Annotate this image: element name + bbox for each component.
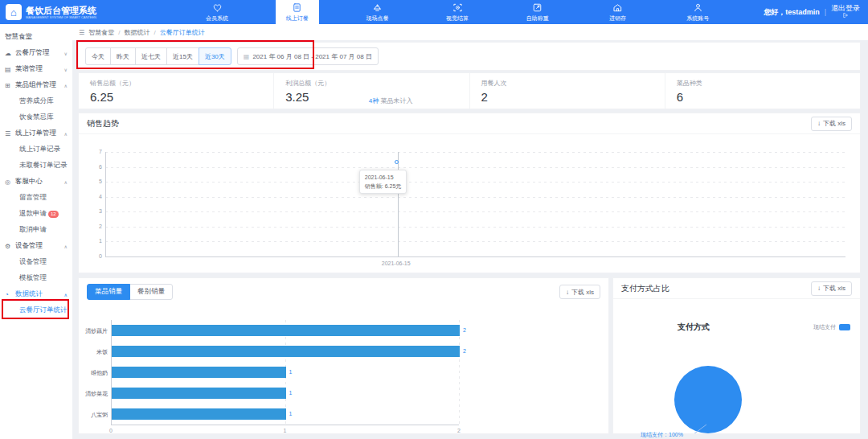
download-label: 下载 xls bbox=[571, 288, 594, 297]
bar-八宝粥[interactable] bbox=[112, 408, 286, 420]
breadcrumb-item[interactable]: 智慧食堂 bbox=[88, 28, 114, 37]
sidebar-item-label: 云餐厅订单统计 bbox=[19, 306, 68, 315]
pie-legend-item[interactable]: 现结支付 bbox=[813, 323, 850, 331]
stat-value: 6 bbox=[677, 90, 860, 104]
stat-value: 2 bbox=[481, 90, 665, 104]
top-header: ⌂ 餐饮后台管理系统 MANAGEMENT SYSTEM OF SMART CA… bbox=[0, 0, 868, 24]
pie-legend-swatch bbox=[839, 324, 850, 330]
bar-category-label: 清炒菜花 bbox=[80, 390, 108, 398]
menu-book-icon: ▤ bbox=[5, 66, 14, 73]
sidebar-item-模板管理[interactable]: 模板管理 bbox=[0, 270, 72, 286]
x-axis-tick: 0 bbox=[109, 428, 113, 433]
dish-sales-tabs: 菜品销量餐别销量 bbox=[87, 284, 173, 300]
sales-trend-chart: 765432102021-06-15销售额: 6.25元2021-06-15 bbox=[79, 134, 860, 273]
sidebar-item-label: 未取餐订单记录 bbox=[19, 161, 68, 170]
user-greeting: 您好，testadmin bbox=[764, 7, 820, 18]
bar-清炒菜花[interactable] bbox=[112, 388, 286, 399]
sidebar-item-云餐厅管理[interactable]: ☁云餐厅管理∨ bbox=[0, 45, 72, 61]
sidebar-item-留言管理[interactable]: 留言管理 bbox=[0, 190, 72, 206]
nav-item-进销存[interactable]: 进销存 bbox=[596, 0, 639, 24]
breadcrumb-item[interactable]: 数据统计 bbox=[124, 28, 149, 37]
pie-legend-label: 现结支付 bbox=[813, 323, 836, 331]
sidebar-item-线上订单记录[interactable]: 线上订单记录 bbox=[0, 142, 72, 158]
y-axis-tick: 3 bbox=[84, 208, 102, 214]
breadcrumb-item[interactable]: 云餐厅订单统计 bbox=[160, 28, 205, 37]
chevron-up-icon: ∧ bbox=[64, 292, 68, 297]
sidebar-item-菜品组件管理[interactable]: ⊞菜品组件管理∧ bbox=[0, 77, 72, 93]
logout-label: 退出登录 bbox=[831, 4, 860, 12]
x-axis-tick: 2 bbox=[457, 428, 461, 433]
menu-grid-icon: ☰ bbox=[79, 29, 84, 36]
tooltip-value: 销售额: 6.25元 bbox=[365, 182, 402, 191]
sidebar-item-菜谱管理[interactable]: ▤菜谱管理∨ bbox=[0, 61, 72, 77]
y-axis-tick: 4 bbox=[84, 194, 102, 199]
sidebar-item-设备管理[interactable]: ⚙设备管理∧ bbox=[0, 238, 72, 254]
download-payment-xls-button[interactable]: ↓ 下载 xls bbox=[811, 281, 852, 296]
sidebar-item-label: 退款申请 bbox=[19, 209, 47, 219]
sidebar-item-label: 营养成分库 bbox=[19, 96, 54, 106]
tab-餐别销量[interactable]: 餐别销量 bbox=[129, 284, 173, 300]
sidebar-item-设备管理[interactable]: 设备管理 bbox=[0, 254, 72, 270]
stats-icon: ◔ bbox=[5, 291, 14, 298]
sidebar-item-营养成分库[interactable]: 营养成分库 bbox=[0, 93, 72, 109]
bar-value-label: 1 bbox=[289, 411, 293, 416]
y-axis-tick: 7 bbox=[84, 149, 102, 154]
filter-button-近七天[interactable]: 近七天 bbox=[135, 47, 167, 65]
filter-button-近30天[interactable]: 近30天 bbox=[199, 47, 231, 65]
pie-slice[interactable] bbox=[674, 366, 742, 433]
y-axis-tick: 0 bbox=[84, 253, 102, 259]
main-content: ☰ 智慧食堂/数据统计/云餐厅订单统计 今天昨天近七天近15天近30天 ▦ 20… bbox=[72, 24, 868, 439]
sidebar-item-数据统计[interactable]: ◔数据统计∧ bbox=[0, 286, 72, 302]
payment-title: 支付方式占比 bbox=[621, 283, 669, 294]
app-title: 餐饮后台管理系统 bbox=[26, 6, 96, 15]
nav-item-系统账号[interactable]: 系统账号 bbox=[676, 0, 719, 24]
nav-item-现场点餐[interactable]: 现场点餐 bbox=[355, 0, 399, 24]
sales-trend-panel: 销售趋势 ↓ 下载 xls 765432102021-06-15销售额: 6.2… bbox=[78, 113, 861, 273]
top-nav: 会员系统线上订餐现场点餐视觉结算自助称重进销存系统账号 bbox=[135, 0, 764, 24]
sidebar-item-label: 云餐厅管理 bbox=[15, 48, 50, 58]
heart-icon bbox=[212, 2, 223, 14]
download-sales-xls-button[interactable]: ↓ 下载 xls bbox=[559, 285, 600, 299]
sidebar-item-云餐厅订单统计[interactable]: 云餐厅订单统计 bbox=[0, 302, 72, 318]
filter-button-今天[interactable]: 今天 bbox=[85, 47, 111, 65]
download-icon: ↓ bbox=[817, 285, 821, 292]
bar-维他奶[interactable] bbox=[112, 367, 286, 378]
sidebar-item-label: 饮食禁忌库 bbox=[19, 113, 54, 122]
payment-header: 支付方式占比 ↓ 下载 xls bbox=[613, 278, 860, 299]
nav-item-会员系统[interactable]: 会员系统 bbox=[195, 0, 239, 24]
stat-card-销售总额（元）: 销售总额（元）6.25 bbox=[79, 73, 274, 109]
sidebar-item-未取餐订单记录[interactable]: 未取餐订单记录 bbox=[0, 158, 72, 174]
tab-菜品销量[interactable]: 菜品销量 bbox=[87, 284, 130, 300]
date-range-picker[interactable]: ▦ 2021 年 06 月 08 日 - 2021 年 07 月 08 日 bbox=[237, 47, 379, 65]
logout-button[interactable]: 退出登录 bbox=[831, 4, 860, 20]
sidebar-item-label: 线上订单记录 bbox=[19, 145, 60, 154]
stat-card-用餐人次: 用餐人次2 bbox=[470, 73, 665, 109]
sidebar-item-线上订单管理[interactable]: ☰线上订单管理∧ bbox=[0, 125, 72, 142]
filter-button-昨天[interactable]: 昨天 bbox=[110, 47, 136, 65]
bar-category-label: 米饭 bbox=[80, 348, 108, 356]
breadcrumb-items: 智慧食堂/数据统计/云餐厅订单统计 bbox=[88, 28, 204, 37]
pie-chart-title: 支付方式 bbox=[613, 322, 774, 333]
bar-清炒藕片[interactable] bbox=[112, 325, 460, 336]
scan-icon bbox=[452, 2, 463, 14]
y-axis-tick: 6 bbox=[84, 164, 102, 170]
download-label: 下载 xls bbox=[823, 119, 845, 128]
filter-button-近15天[interactable]: 近15天 bbox=[166, 47, 199, 65]
sidebar-item-智慧食堂[interactable]: 智慧食堂 bbox=[0, 29, 72, 45]
nav-item-label: 现场点餐 bbox=[366, 14, 388, 23]
nav-item-label: 自助称重 bbox=[526, 14, 549, 23]
data-point-marker[interactable] bbox=[395, 160, 399, 164]
sidebar-item-取消申请[interactable]: 取消申请 bbox=[0, 222, 72, 238]
download-trend-xls-button[interactable]: ↓ 下载 xls bbox=[811, 117, 852, 131]
gridline bbox=[105, 211, 845, 212]
nav-item-线上订餐[interactable]: 线上订餐 bbox=[276, 0, 319, 24]
sidebar-item-退款申请[interactable]: 退款申请12 bbox=[0, 206, 72, 222]
chevron-up-icon: ∧ bbox=[64, 179, 68, 185]
sidebar-item-客服中心[interactable]: ◎客服中心∧ bbox=[0, 174, 72, 190]
nav-item-视觉结算[interactable]: 视觉结算 bbox=[436, 0, 479, 24]
download-icon: ↓ bbox=[566, 289, 569, 296]
components-icon: ⊞ bbox=[5, 82, 14, 89]
nav-item-自助称重[interactable]: 自助称重 bbox=[516, 0, 559, 24]
sidebar-item-饮食禁忌库[interactable]: 饮食禁忌库 bbox=[0, 109, 72, 125]
bar-米饭[interactable] bbox=[112, 346, 460, 357]
